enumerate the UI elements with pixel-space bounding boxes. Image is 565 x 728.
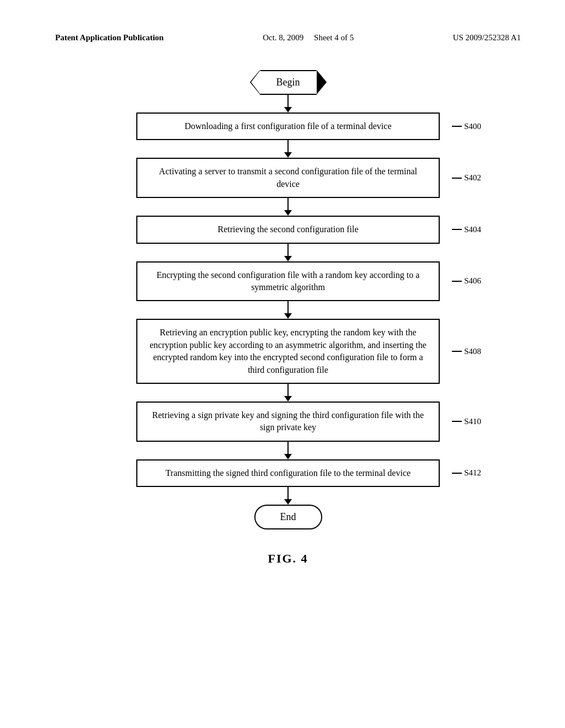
step-s410-box: Retrieving a sign private key and signin… xyxy=(136,402,440,442)
figure-caption: FIG. 4 xyxy=(55,552,521,566)
step-s408-text: Retrieving an encryption public key, enc… xyxy=(150,328,427,374)
step-s404-text: Retrieving the second configuration file xyxy=(217,224,358,234)
step-s410-label: S410 xyxy=(452,417,481,426)
step-s400-box: Downloading a first configuration file o… xyxy=(136,113,440,140)
step-s402-label: S402 xyxy=(452,173,481,183)
step-s402-wrapper: Activating a server to transmit a second… xyxy=(95,158,481,198)
step-s412-text: Transmitting the signed third configurat… xyxy=(166,468,411,478)
arrow-4 xyxy=(284,301,292,319)
step-s404-wrapper: Retrieving the second configuration file… xyxy=(95,216,481,243)
arrow-5 xyxy=(284,384,292,402)
sheet: Sheet 4 of 5 xyxy=(314,33,354,42)
flowchart: Begin Downloading a first configuration … xyxy=(95,70,481,529)
step-s400-wrapper: Downloading a first configuration file o… xyxy=(95,113,481,140)
arrow-1 xyxy=(284,140,292,158)
step-s406-box: Encrypting the second configuration file… xyxy=(136,261,440,302)
step-s410-wrapper: Retrieving a sign private key and signin… xyxy=(95,402,481,442)
step-s410-text: Retrieving a sign private key and signin… xyxy=(152,410,424,432)
page: Patent Application Publication Oct. 8, 2… xyxy=(0,0,565,728)
date-sheet: Oct. 8, 2009 Sheet 4 of 5 xyxy=(263,33,354,42)
step-s408-wrapper: Retrieving an encryption public key, enc… xyxy=(95,319,481,384)
step-s408-box: Retrieving an encryption public key, enc… xyxy=(136,319,440,384)
begin-terminal: Begin xyxy=(260,70,317,95)
page-header: Patent Application Publication Oct. 8, 2… xyxy=(55,33,521,42)
step-s406-text: Encrypting the second configuration file… xyxy=(157,270,420,292)
end-terminal-wrapper: End xyxy=(254,505,322,529)
begin-terminal-wrapper: Begin xyxy=(260,70,317,95)
step-s406-wrapper: Encrypting the second configuration file… xyxy=(95,261,481,302)
date: Oct. 8, 2009 xyxy=(263,33,303,42)
step-s412-label: S412 xyxy=(452,468,481,478)
step-s404-label: S404 xyxy=(452,225,481,234)
step-s412-wrapper: Transmitting the signed third configurat… xyxy=(95,459,481,487)
step-s402-box: Activating a server to transmit a second… xyxy=(136,158,440,198)
arrow-0 xyxy=(284,95,292,113)
step-s400-label: S400 xyxy=(452,122,481,131)
begin-label: Begin xyxy=(276,77,300,88)
arrow-6 xyxy=(284,442,292,459)
end-label: End xyxy=(280,511,296,522)
step-s412-box: Transmitting the signed third configurat… xyxy=(136,459,440,487)
step-s400-text: Downloading a first configuration file o… xyxy=(185,121,392,131)
end-terminal: End xyxy=(254,505,322,529)
arrow-2 xyxy=(284,198,292,216)
arrow-7 xyxy=(284,487,292,505)
arrow-3 xyxy=(284,244,292,261)
step-s406-label: S406 xyxy=(452,276,481,286)
step-s408-label: S408 xyxy=(452,347,481,356)
step-s402-text: Activating a server to transmit a second… xyxy=(159,167,417,188)
publication-label: Patent Application Publication xyxy=(55,33,164,42)
patent-number: US 2009/252328 A1 xyxy=(453,33,521,42)
step-s404-box: Retrieving the second configuration file xyxy=(136,216,440,243)
